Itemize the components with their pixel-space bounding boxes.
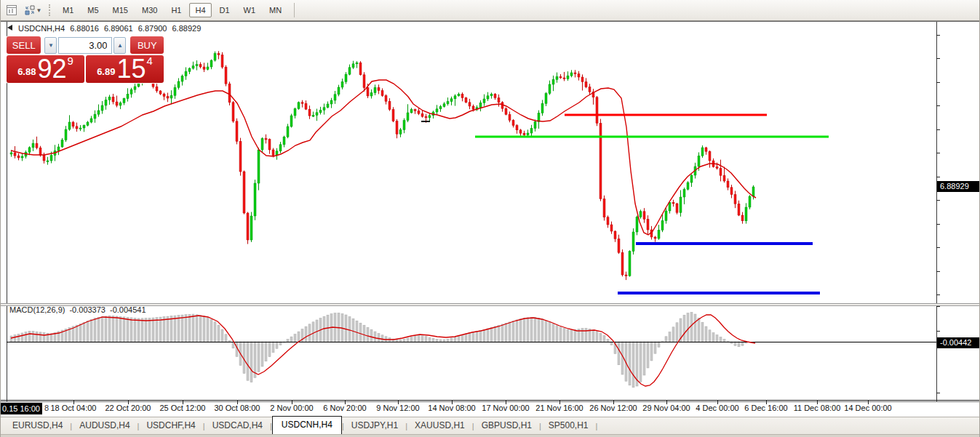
tab-usdjpy-h1[interactable]: USDJPY,H1	[344, 417, 405, 434]
timeframe-h1[interactable]: H1	[165, 3, 187, 17]
one-click-trading-panel: SELL ▼ ▲ BUY 6.88 92 9 6.89 15 4	[6, 36, 164, 84]
timeframe-m15[interactable]: M15	[107, 3, 134, 17]
sell-price-box[interactable]: 6.88 92 9	[7, 55, 84, 83]
tile-windows-icon[interactable]: ▼	[21, 3, 44, 17]
tab-divider: |	[596, 422, 598, 434]
volume-stepper: ▼ ▲	[44, 36, 126, 54]
sell-button[interactable]: SELL	[7, 36, 41, 54]
chart-window-icon-glyph	[6, 4, 17, 16]
buy-button[interactable]: BUY	[130, 36, 164, 54]
time-axis-selected-label: 0.15 16:00	[1, 403, 42, 414]
macd-current-label: -0.00442	[937, 337, 980, 348]
timeframe-mn[interactable]: MN	[263, 3, 287, 17]
tab-xauusd-h1[interactable]: XAUUSD,H1	[407, 417, 472, 434]
toolbar-separator	[294, 3, 295, 17]
macd-name: MACD(12,26,9)	[9, 305, 65, 314]
buy-price-big: 15	[116, 57, 146, 81]
volume-up-button[interactable]: ▲	[113, 37, 126, 54]
timeframe-m5[interactable]: M5	[81, 3, 104, 17]
tab-usdchf-h4[interactable]: USDCHF,H4	[139, 417, 202, 434]
toolbar: ▼ M1M5M15M30H1H4D1W1MN	[1, 0, 979, 21]
timeframe-group: M1M5M15M30H1H4D1W1MN	[57, 3, 290, 17]
chart-window-icon[interactable]	[4, 3, 20, 17]
status-strip	[1, 434, 979, 437]
chart-tab-bar: EURUSD,H4|AUDUSD,H4|USDCHF,H4|USDCAD,H4|…	[1, 417, 979, 434]
dropdown-caret-icon: ▼	[36, 7, 42, 14]
ohlc-high: 6.89061	[104, 24, 133, 33]
current-price-label: 6.88929	[937, 181, 980, 192]
volume-input[interactable]	[58, 37, 112, 54]
timeframe-h4[interactable]: H4	[189, 3, 211, 17]
tile-windows-icon-glyph	[24, 4, 36, 16]
chart-symbol-period: USDCNH,H4	[18, 24, 65, 33]
ohlc-open: 6.88016	[70, 24, 99, 33]
time-axis-label: 14 Dec 00:00	[835, 404, 901, 412]
mt4-window: ▼ M1M5M15M30H1H4D1W1MN USDCNH,H46.880166…	[0, 0, 980, 437]
macd-value-1: -0.003373	[69, 305, 105, 314]
volume-down-button[interactable]: ▼	[44, 37, 57, 54]
tab-sp500-h1[interactable]: SP500,H1	[541, 417, 596, 434]
tab-audusd-h4[interactable]: AUDUSD,H4	[72, 417, 137, 434]
timeframe-m1[interactable]: M1	[57, 3, 79, 17]
macd-indicator-label: MACD(12,26,9)-0.003373-0.004541	[9, 305, 151, 314]
ohlc-low: 6.87900	[138, 24, 167, 33]
macd-value-2: -0.004541	[110, 305, 146, 314]
tab-usdcnh-h4[interactable]: USDCNH,H4	[272, 416, 342, 435]
time-axis: 0.15 16:00 8 18 Oct 04:0022 Oct 20:0025 …	[1, 402, 979, 417]
buy-price-box[interactable]: 6.89 15 4	[86, 55, 164, 83]
toolbar-grip	[49, 4, 52, 16]
sell-price-big: 92	[37, 57, 66, 81]
buy-price-small: 6.89	[97, 66, 115, 77]
buy-price-sup: 4	[147, 55, 153, 67]
timeframe-m30[interactable]: M30	[136, 3, 163, 17]
ohlc-close: 6.88929	[172, 24, 201, 33]
tab-gbpusd-h1[interactable]: GBPUSD,H1	[474, 417, 539, 434]
sell-price-small: 6.88	[17, 66, 36, 77]
tab-usdcad-h4[interactable]: USDCAD,H4	[205, 417, 270, 434]
sell-price-sup: 9	[68, 55, 73, 67]
timeframe-w1[interactable]: W1	[238, 3, 262, 17]
chart-header: USDCNH,H46.880166.890616.879006.88929	[18, 24, 206, 33]
tab-eurusd-h4[interactable]: EURUSD,H4	[5, 417, 70, 434]
timeframe-d1[interactable]: D1	[214, 3, 236, 17]
